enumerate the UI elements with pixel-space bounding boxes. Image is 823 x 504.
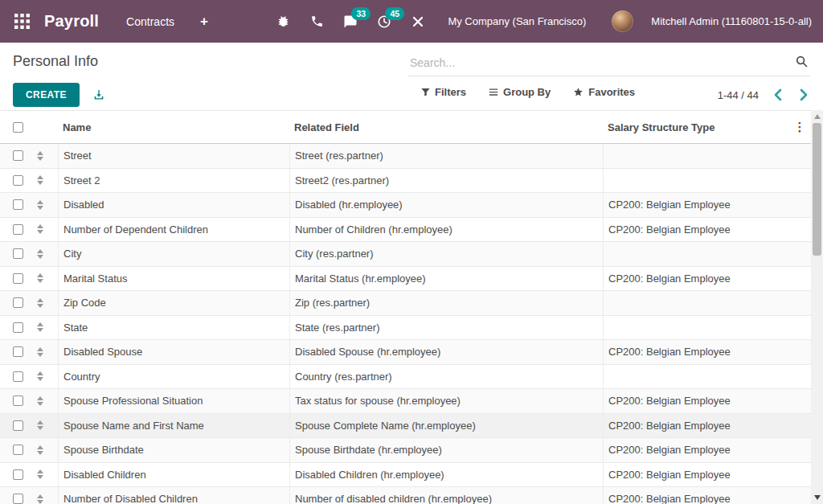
chevron-right-icon [799,88,809,101]
drag-handle-icon[interactable] [37,371,43,381]
row-checkbox[interactable] [13,371,23,382]
export-button[interactable] [92,88,105,101]
select-all-checkbox[interactable] [13,122,23,133]
cell-salary-structure-type: CP200: Belgian Employee [603,438,823,462]
table-row[interactable]: Number of Disabled Children Number of di… [0,487,823,504]
tools-icon[interactable] [409,13,427,31]
row-checkbox[interactable] [13,297,23,308]
scroll-down-arrow-icon[interactable] [814,495,821,500]
row-checkbox[interactable] [13,469,23,480]
filters-button[interactable]: Filters [421,86,466,98]
drag-handle-icon[interactable] [37,200,43,210]
drag-handle-icon[interactable] [37,396,43,406]
table-row[interactable]: State State (res.partner) [0,316,823,341]
company-switcher[interactable]: My Company (San Francisco) [448,15,586,27]
list-view: Name Related Field Salary Structure Type… [0,110,823,504]
row-checkbox[interactable] [13,420,23,431]
cell-name: Number of Dependent Children [58,218,289,242]
add-menu-button[interactable]: + [200,14,208,30]
drag-handle-icon[interactable] [37,420,43,430]
table-row[interactable]: Country Country (res.partner) [0,365,823,390]
table-row[interactable]: Street Street (res.partner) [0,144,823,169]
row-checkbox[interactable] [13,248,23,259]
user-avatar[interactable] [612,10,633,32]
pager-previous-button[interactable] [772,87,784,103]
cell-name: Number of Disabled Children [58,487,289,504]
bug-icon[interactable] [274,13,292,31]
table-row[interactable]: Marital Status Marital Status (hr.employ… [0,267,823,292]
table-row[interactable]: Zip Code Zip (res.partner) [0,291,823,316]
drag-handle-icon[interactable] [37,273,43,283]
column-header-name[interactable]: Name [58,121,289,133]
row-checkbox[interactable] [13,273,23,284]
phone-icon[interactable] [308,13,326,31]
table-header: Name Related Field Salary Structure Type… [0,110,823,144]
table-row[interactable]: Spouse Birthdate Spouse Birthdate (hr.em… [0,438,823,463]
cell-salary-structure-type: CP200: Belgian Employee [603,389,823,413]
table-row[interactable]: City City (res.partner) [0,242,823,267]
row-checkbox[interactable] [13,175,23,186]
row-checkbox[interactable] [13,395,23,406]
row-checkbox[interactable] [13,224,23,235]
table-body: Street Street (res.partner) Street 2 Str… [0,144,823,504]
cell-name: Spouse Name and First Name [58,414,289,438]
chevron-left-icon [773,88,783,101]
column-header-related-field[interactable]: Related Field [289,121,603,133]
drag-handle-icon[interactable] [37,445,43,455]
table-row[interactable]: Spouse Name and First Name Spouse Comple… [0,414,823,439]
cell-related-field: Street2 (res.partner) [289,169,603,193]
control-panel: Personal Info CREATE Filters [0,43,823,110]
row-checkbox[interactable] [13,150,23,161]
cell-salary-structure-type [603,365,823,389]
filter-funnel-icon [421,88,430,96]
scrollbar-thumb[interactable] [813,123,821,256]
row-checkbox[interactable] [13,346,23,357]
table-row[interactable]: Disabled Children Disabled Children (hr.… [0,463,823,488]
vertical-scrollbar[interactable] [811,110,823,504]
table-row[interactable]: Disabled Spouse Disabled Spouse (hr.empl… [0,340,823,365]
cell-related-field: City (res.partner) [289,242,603,266]
top-navbar: Payroll Contracts + 33 45 My Company (Sa… [0,0,823,43]
cell-name: Spouse Birthdate [58,438,289,462]
drag-handle-icon[interactable] [37,469,43,479]
pager-next-button[interactable] [797,87,810,103]
search-input[interactable] [408,55,810,76]
cell-name: Zip Code [58,291,289,315]
cell-name: City [58,242,289,266]
row-checkbox[interactable] [13,322,23,333]
drag-handle-icon[interactable] [37,249,43,259]
row-checkbox[interactable] [13,494,23,504]
cell-name: Country [58,365,289,389]
messages-badge: 33 [351,7,371,21]
cell-salary-structure-type: CP200: Belgian Employee [603,267,823,291]
create-button[interactable]: CREATE [13,83,80,107]
scroll-up-arrow-icon[interactable] [814,114,821,119]
app-name[interactable]: Payroll [44,12,99,31]
row-checkbox[interactable] [13,445,23,455]
favorites-button[interactable]: Favorites [573,86,635,98]
search-icon[interactable] [795,55,809,68]
table-row[interactable]: Street 2 Street2 (res.partner) [0,169,823,194]
table-row[interactable]: Disabled Disabled (hr.employee) CP200: B… [0,193,823,218]
table-row[interactable]: Spouse Professional Situation Tax status… [0,389,823,414]
apps-menu-button[interactable] [11,10,33,32]
drag-handle-icon[interactable] [37,494,43,504]
drag-handle-icon[interactable] [37,151,43,161]
drag-handle-icon[interactable] [37,175,43,185]
messages-icon[interactable]: 33 [342,13,359,31]
column-header-salary-structure-type[interactable]: Salary Structure Type [603,121,788,133]
drag-handle-icon[interactable] [37,224,43,234]
row-checkbox[interactable] [13,199,23,210]
drag-handle-icon[interactable] [37,298,43,308]
drag-handle-icon[interactable] [37,347,43,357]
cell-related-field: Disabled Children (hr.employee) [289,463,603,487]
activities-badge: 45 [385,7,404,21]
cell-salary-structure-type: CP200: Belgian Employee [603,193,823,217]
drag-handle-icon[interactable] [37,322,43,332]
user-menu[interactable]: Mitchell Admin (11160801-15-0-all) [651,15,812,27]
group-by-button[interactable]: Group By [489,86,551,98]
activities-clock-icon[interactable]: 45 [375,13,393,31]
cell-related-field: Spouse Birthdate (hr.employee) [289,438,603,462]
menu-item-contracts[interactable]: Contracts [126,15,174,28]
table-row[interactable]: Number of Dependent Children Number of C… [0,218,823,243]
